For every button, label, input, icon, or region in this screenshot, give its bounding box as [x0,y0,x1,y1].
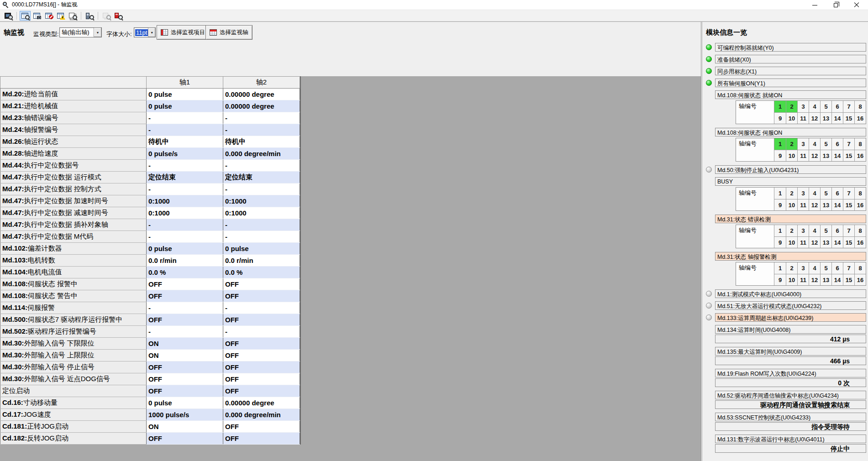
monitor-control-bar: 轴监视 监视类型: 轴(输出轴) ▼ 字体大小: 11pt ▼ 选择监视项目 选… [0,22,701,76]
axis2-value-cell[interactable]: 0 pulse [223,243,300,255]
warning-detail-icon[interactable] [55,11,66,21]
axis-grid-label: 轴编号 [736,101,774,124]
select-monitor-items-button[interactable]: 选择监视项目 [157,25,209,40]
monitor-type-select[interactable]: 轴(输出轴) ▼ [59,27,102,37]
lens-icon [89,15,94,20]
module-monitor-icon[interactable] [84,11,95,21]
start-monitor-icon[interactable] [20,11,31,21]
minimize-button[interactable] [804,0,825,10]
axis2-value-cell[interactable]: OFF [223,338,300,350]
axis2-value-cell[interactable]: 0.000 degree/min [223,148,300,160]
value-item-header: Md.134:运算时间(U0\G4008) [715,325,866,334]
axis2-value-cell[interactable]: OFF [223,373,300,385]
axis1-value-cell[interactable]: - [147,160,223,172]
axis2-value-cell[interactable]: OFF [223,421,300,433]
axis-number-cell: 16 [854,199,866,210]
axis2-value-cell[interactable]: 定位结束 [223,172,300,183]
axis1-value-cell[interactable]: 0 pulse/s [147,148,223,160]
axis2-value-cell[interactable]: OFF [223,385,300,397]
save-monitor-data-icon[interactable] [32,11,42,21]
axis2-value-cell[interactable]: - [223,183,300,195]
axis1-value-cell[interactable]: OFF [147,361,223,373]
axis1-value-cell[interactable]: 1000 pulse/s [147,409,223,421]
axis-number-cell: 16 [854,150,866,161]
font-size-select[interactable]: 11pt ▼ [134,27,156,37]
axis2-value-cell[interactable]: - [223,124,300,136]
axis2-value-cell[interactable]: OFF [223,278,300,290]
axis1-value-cell[interactable]: 0.0 r/min [147,255,223,267]
axis2-value-cell[interactable]: - [223,231,300,243]
axis-number-cell: 15 [843,150,854,161]
axis2-value-cell[interactable]: - [223,112,300,124]
axis2-value-cell[interactable]: - [223,219,300,231]
axis1-value-cell[interactable]: ON [147,421,223,433]
select-monitor-axis-button[interactable]: 选择监视轴 [205,25,253,40]
lens-icon [118,15,123,20]
axis2-value-cell[interactable]: OFF [223,290,300,302]
axis2-value-cell[interactable]: 0:1000 [223,195,300,207]
axis1-value-cell[interactable]: OFF [147,373,223,385]
close-button[interactable] [846,0,867,10]
table-row: Md.30:外部输入信号 近点DOG信号OFFOFF [0,373,300,385]
axis1-value-cell[interactable]: - [147,302,223,314]
axis2-value-cell[interactable]: - [223,160,300,172]
copy-monitor-view-icon[interactable] [67,11,78,21]
axis2-value-cell[interactable]: 0.00000 degree [223,89,300,100]
table-row: Md.26:轴运行状态待机中待机中 [0,136,300,148]
row-label-text: 电机转数 [28,256,55,264]
axis-grid-cells: 12345678910111213141516 [774,188,866,210]
module-error-monitor-icon[interactable] [113,11,124,21]
axis2-value-cell[interactable]: OFF [223,361,300,373]
axis2-value-cell[interactable]: 0.00000 degree [223,100,300,112]
axis1-value-cell[interactable]: 0:1000 [147,195,223,207]
value-box: 466 µs [715,356,866,365]
row-label-cell: Md.47:执行中定位数据 减速时间号 [0,207,147,219]
row-label-prefix: Md.30: [2,375,24,382]
chevron-down-icon[interactable]: ▼ [94,28,101,37]
axis-number-cell: 12 [809,112,820,124]
chevron-down-icon[interactable]: ▼ [148,28,155,37]
axis2-value-cell[interactable]: OFF [223,350,300,361]
axis2-value-cell[interactable]: 0.000 degree/min [223,409,300,421]
axis2-value-cell[interactable]: OFF [223,433,300,445]
row-label-cell: Md.30:外部输入信号 下限限位 [0,338,147,350]
axis1-value-cell[interactable]: - [147,326,223,338]
axis1-value-cell[interactable]: OFF [147,433,223,445]
axis1-value-cell[interactable]: 0 pulse [147,243,223,255]
module-info-item: Md.52:驱动程序间通信轴搜索中标志(U0\G4234)驱动程序间通信设置轴搜… [706,391,866,409]
axis1-value-cell[interactable]: OFF [147,314,223,326]
axis2-value-cell[interactable]: OFF [223,314,300,326]
row-label-cell: Md.28:轴进给速度 [0,148,147,160]
axis1-value-cell[interactable]: - [147,124,223,136]
axis1-value-cell[interactable]: 0:1000 [147,207,223,219]
axis2-value-cell[interactable]: 0.0 r/min [223,255,300,267]
axis-number-cell: 1 [774,188,786,199]
axis1-value-cell[interactable]: 0 pulse [147,89,223,100]
axis1-value-cell[interactable]: - [147,231,223,243]
axis1-value-cell[interactable]: OFF [147,290,223,302]
axis1-value-cell[interactable]: - [147,183,223,195]
axis1-value-cell[interactable]: ON [147,338,223,350]
axis2-value-cell[interactable]: 待机中 [223,136,300,148]
axis2-value-cell[interactable]: 0.00000 degree [223,397,300,409]
axis1-value-cell[interactable]: 待机中 [147,136,223,148]
module-info-label-box: Md.133:运算周期超出标志(U0\G4239) [715,313,866,322]
axis2-value-cell[interactable]: - [223,326,300,338]
axis2-value-cell[interactable]: 0:1000 [223,207,300,219]
axis1-value-cell[interactable]: 0 pulse [147,397,223,409]
axis1-value-cell[interactable]: OFF [147,278,223,290]
axis1-value-cell[interactable]: - [147,219,223,231]
restore-button[interactable] [825,0,846,10]
axis1-value-cell[interactable]: ON [147,350,223,361]
exit-monitor-icon[interactable] [3,11,14,21]
axis1-value-cell[interactable]: 0 pulse [147,100,223,112]
axis-number-cell: 15 [843,112,854,124]
axis2-value-cell[interactable]: - [223,302,300,314]
axis2-value-cell[interactable]: 0.0 % [223,267,300,278]
error-detail-icon[interactable] [43,11,54,21]
axis1-value-cell[interactable]: OFF [147,385,223,397]
axis1-value-cell[interactable]: 定位结束 [147,172,223,183]
axis1-value-cell[interactable]: - [147,112,223,124]
axis1-value-cell[interactable]: 0.0 % [147,267,223,278]
value-item-header: Md.135:最大运算时间(U0\G4009) [715,347,866,356]
